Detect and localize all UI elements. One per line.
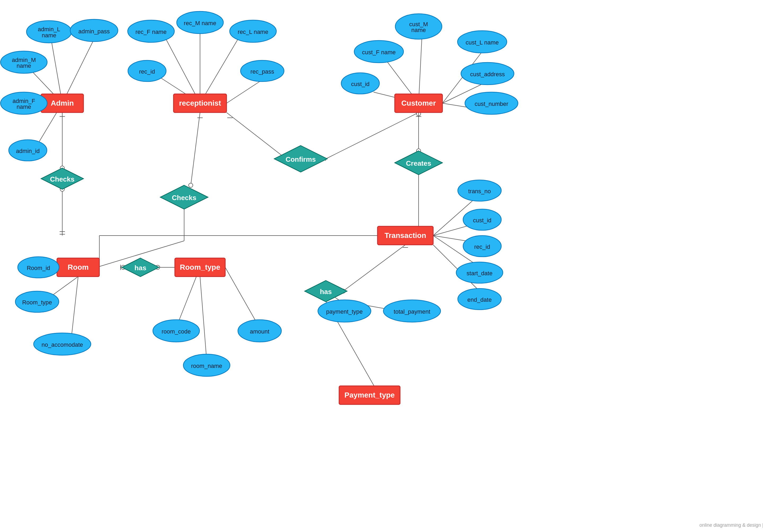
svg-line-31 (326, 113, 419, 159)
svg-line-34 (419, 35, 422, 103)
svg-line-61 (71, 277, 78, 336)
room-type-entity-label: Room_type (180, 263, 220, 271)
creates-label: Creates (406, 159, 431, 167)
attr-no-accomodate-label: no_accomodate (42, 341, 83, 348)
attr-total-payment-label: total_payment (394, 309, 430, 315)
customer-entity-label: Customer (401, 99, 436, 107)
attr-cust-number-label: cust_number (475, 101, 508, 107)
svg-line-29 (227, 113, 286, 159)
attr-cust-m-name-label2: name (411, 27, 426, 33)
attr-admin-l-name-label2: name (42, 32, 56, 39)
attr-rec-id-label: rec_id (139, 68, 155, 75)
attr-rec-l-name-label: rec_L name (238, 29, 268, 35)
svg-point-22 (189, 183, 193, 187)
transaction-entity-label: Transaction (384, 231, 426, 239)
attr-cust-address-label: cust_address (470, 71, 505, 78)
attr-room-id-label: Room_id (27, 265, 50, 271)
attr-cust-f-name-label: cust_F name (362, 49, 395, 55)
admin-entity-label: Admin (51, 99, 74, 107)
attr-room-name-label: room_name (191, 363, 222, 369)
room-has-label: has (135, 264, 147, 272)
svg-line-20 (227, 78, 265, 103)
attr-admin-pass-label: admin_pass (78, 28, 110, 35)
attr-payment-type-label: payment_type (326, 309, 363, 315)
watermark: online diagramming & design | create... (700, 522, 763, 528)
svg-line-21 (191, 113, 200, 185)
attr-amount-label: amount (250, 328, 269, 335)
attr-rec-f-name-label: rec_F name (135, 29, 166, 35)
attr-admin-l-name-label: admin_L (38, 26, 60, 33)
attr-rec-pass-label: rec_pass (250, 68, 274, 75)
attr-start-date-label: start_date (467, 270, 492, 277)
payment-type-entity-label: Payment_type (344, 391, 395, 399)
attr-room-type-attr-label: Room_type (22, 299, 52, 306)
attr-trans-no-label: trans_no (468, 188, 491, 195)
attr-admin-id-label: admin_id (16, 148, 40, 154)
rec-checks-label: Checks (172, 194, 197, 202)
confirms-label: Confirms (285, 155, 316, 163)
attr-admin-f-name-label2: name (16, 104, 31, 110)
attr-trans-rec-id-label: rec_id (474, 243, 490, 250)
svg-line-70 (225, 267, 258, 325)
attr-room-code-label: room_code (162, 328, 191, 335)
trans-has-label: has (320, 288, 332, 296)
svg-line-69 (200, 277, 207, 360)
admin-checks-label: Checks (50, 175, 75, 183)
attr-cust-id-label: cust_id (351, 81, 370, 87)
attr-cust-l-name-label: cust_L name (466, 39, 498, 46)
attr-rec-m-name-label: rec_M name (184, 20, 216, 27)
receptionist-entity-label: receptionist (179, 99, 221, 107)
room-entity-label: Room (67, 263, 88, 271)
attr-admin-m-name-label2: name (16, 62, 31, 69)
attr-end-date-label: end_date (467, 297, 492, 303)
svg-line-51 (343, 245, 405, 291)
attr-trans-cust-id-label: cust_id (473, 217, 491, 223)
svg-line-16 (165, 39, 200, 103)
